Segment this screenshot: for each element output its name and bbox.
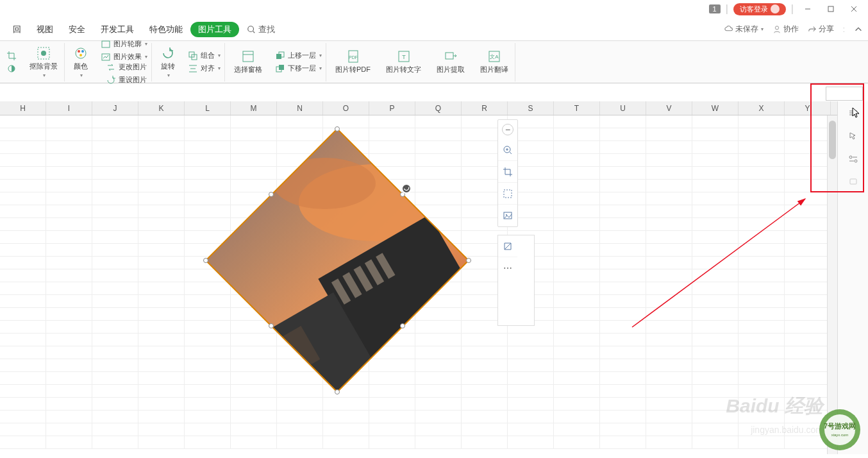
crop-tool-button[interactable]: [498, 161, 517, 183]
change-picture-button[interactable]: 更改图片: [106, 62, 147, 72]
column-header[interactable]: R: [462, 101, 508, 115]
menu-item-security[interactable]: 安全: [61, 21, 93, 38]
unsaved-indicator[interactable]: 未保存▾: [724, 24, 764, 35]
export-image-button[interactable]: [498, 235, 517, 257]
column-header[interactable]: H: [0, 101, 46, 115]
column-header[interactable]: J: [92, 101, 138, 115]
scrollbar-thumb[interactable]: [829, 121, 836, 159]
minimize-button[interactable]: [799, 3, 817, 15]
column-header[interactable]: P: [369, 101, 415, 115]
menu-item[interactable]: 回: [5, 21, 29, 38]
share-button[interactable]: 分享: [808, 24, 834, 35]
svg-point-9: [41, 51, 46, 56]
side-task-pane: [837, 101, 868, 454]
column-header[interactable]: M: [231, 101, 277, 115]
side-chat-icon[interactable]: [838, 171, 868, 194]
align-button[interactable]: 对齐▾: [188, 64, 221, 74]
pic-translate-button[interactable]: 文A 图片翻译: [478, 48, 511, 76]
column-header[interactable]: Y: [785, 101, 831, 115]
vertical-scrollbar[interactable]: [827, 115, 837, 454]
menu-item-picture-tools[interactable]: 图片工具: [190, 22, 239, 37]
resize-handle[interactable]: [400, 323, 405, 328]
svg-point-6: [775, 26, 778, 29]
crop-button[interactable]: [6, 51, 17, 61]
collapse-toolbar-button[interactable]: −: [502, 124, 513, 135]
resize-handle[interactable]: [269, 192, 274, 197]
collapse-ribbon-icon[interactable]: [854, 25, 863, 34]
svg-text:T: T: [402, 54, 406, 60]
column-header[interactable]: V: [646, 101, 692, 115]
svg-point-59: [849, 156, 852, 158]
pic-extract-button[interactable]: 图片提取: [434, 48, 467, 76]
close-button[interactable]: [845, 3, 863, 15]
select-tool-button[interactable]: [498, 183, 517, 205]
adjust-icon: [6, 64, 17, 74]
more-button[interactable]: ⋯: [498, 257, 517, 279]
image-float-toolbar-ext: ⋯: [497, 235, 535, 326]
resize-handle[interactable]: [269, 323, 274, 328]
pic-to-text-button[interactable]: T 图片转文字: [383, 48, 424, 76]
image-float-toolbar: −: [497, 119, 518, 227]
align-icon: [188, 64, 198, 74]
remove-bg-button[interactable]: 抠除背景▾: [27, 45, 60, 80]
column-header[interactable]: X: [739, 101, 785, 115]
replace-image-button[interactable]: [498, 205, 517, 226]
column-header[interactable]: W: [692, 101, 739, 115]
svg-rect-63: [850, 179, 856, 184]
pic-to-pdf-button[interactable]: PDF 图片转PDF: [333, 48, 373, 76]
share-icon: [808, 25, 817, 34]
avatar-icon: [771, 4, 780, 13]
ribbon: 抠除背景▾ 颜色▾ 图片轮廓▾ 图片效果▾ 更改图片 重设图片 旋转▾ 组合▾ …: [0, 41, 868, 83]
menu-item-view[interactable]: 视图: [29, 21, 61, 38]
maximize-button[interactable]: [822, 3, 840, 15]
side-cursor-icon[interactable]: [838, 124, 868, 148]
column-header[interactable]: L: [185, 101, 231, 115]
column-header[interactable]: O: [323, 101, 369, 115]
column-header[interactable]: N: [277, 101, 323, 115]
embedded-image[interactable]: [196, 119, 478, 402]
menu-item-devtools[interactable]: 开发工具: [93, 21, 142, 38]
cloud-icon: [724, 25, 733, 34]
column-header[interactable]: I: [46, 101, 92, 115]
side-settings-icon[interactable]: [838, 148, 868, 171]
selection-pane-button[interactable]: 选择窗格: [231, 48, 265, 76]
svg-point-13: [79, 54, 82, 56]
group-button[interactable]: 组合▾: [188, 51, 221, 61]
rotation-handle[interactable]: [401, 183, 412, 194]
column-header[interactable]: S: [508, 101, 554, 115]
color-button[interactable]: 颜色▾: [71, 45, 90, 80]
resize-handle[interactable]: [203, 258, 208, 263]
picture-outline-button[interactable]: 图片轮廓▾: [101, 39, 147, 49]
guest-login-button[interactable]: 访客登录: [733, 3, 786, 15]
svg-point-4: [248, 26, 254, 31]
menu-item-features[interactable]: 特色功能: [142, 21, 190, 38]
select-icon: [503, 189, 513, 199]
svg-point-37: [273, 158, 376, 209]
send-backward-button[interactable]: 下移一层▾: [275, 64, 322, 74]
zoom-button[interactable]: [498, 139, 517, 161]
column-header[interactable]: Q: [415, 101, 462, 115]
outline-icon: [101, 39, 111, 49]
rotate-button[interactable]: 旋转▾: [158, 45, 178, 80]
image-swap-icon: [503, 210, 513, 221]
name-box[interactable]: [826, 87, 863, 101]
collab-button[interactable]: 协作: [772, 24, 799, 35]
search-button[interactable]: 查找: [247, 24, 275, 35]
svg-point-11: [78, 50, 80, 53]
column-header[interactable]: U: [600, 101, 646, 115]
svg-point-66: [824, 414, 855, 445]
svg-rect-14: [102, 41, 110, 47]
svg-text:xiayx.com: xiayx.com: [831, 433, 849, 437]
bring-forward-button[interactable]: 上移一层▾: [275, 51, 322, 61]
side-menu-icon[interactable]: [838, 101, 868, 124]
resize-handle[interactable]: [466, 258, 471, 263]
adjust-button[interactable]: [6, 64, 17, 74]
column-header[interactable]: K: [138, 101, 185, 115]
extract-icon: [444, 49, 458, 64]
resize-handle[interactable]: [335, 126, 340, 131]
svg-point-12: [81, 50, 84, 53]
doc-count-badge: 1: [709, 4, 721, 13]
column-header[interactable]: T: [554, 101, 600, 115]
resize-handle[interactable]: [335, 389, 340, 394]
picture-effect-button[interactable]: 图片效果▾: [101, 52, 147, 62]
